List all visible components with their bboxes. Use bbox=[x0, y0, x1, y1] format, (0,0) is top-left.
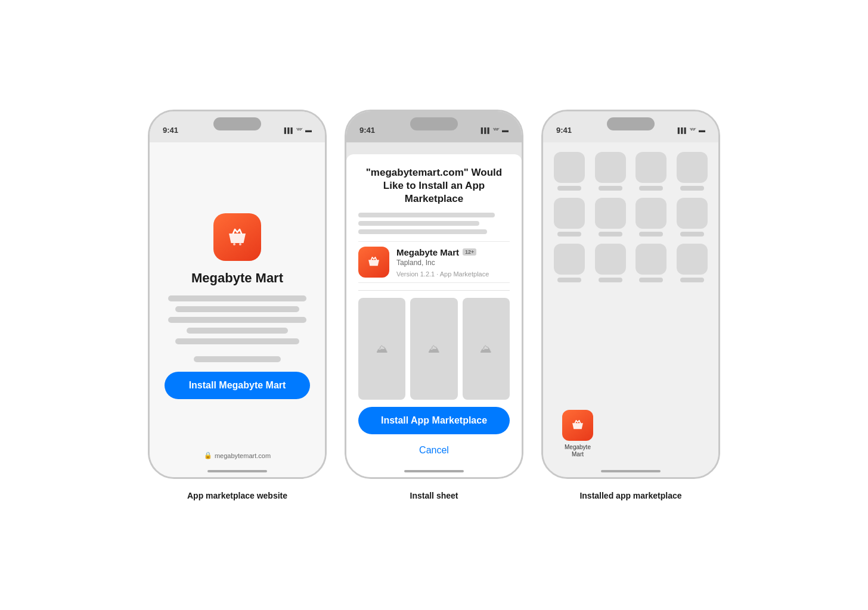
placeholder-small bbox=[194, 356, 281, 362]
basket-svg bbox=[224, 224, 250, 250]
app-developer: Tapland, Inc bbox=[396, 259, 489, 267]
cancel-button[interactable]: Cancel bbox=[358, 440, 510, 460]
phone1-dynamic-island bbox=[213, 117, 261, 130]
phone2-time: 9:41 bbox=[359, 126, 375, 135]
placeholder-line bbox=[168, 295, 306, 301]
phone2-dynamic-island bbox=[410, 117, 458, 130]
install-megabytemart-button[interactable]: Install Megabyte Mart bbox=[165, 372, 310, 399]
home-app-placeholder bbox=[553, 152, 587, 191]
svg-point-1 bbox=[239, 243, 241, 245]
install-marketplace-button[interactable]: Install App Marketplace bbox=[358, 407, 510, 434]
image-icon-2: ⛰ bbox=[428, 342, 440, 356]
home-app-placeholder bbox=[675, 198, 709, 236]
sheet-line bbox=[358, 213, 495, 217]
app-info-name-text: Megabyte Mart bbox=[396, 247, 459, 257]
basket-svg-small bbox=[569, 417, 586, 434]
phone1-content: Megabyte Mart Install Megabyte Mart bbox=[165, 160, 310, 452]
installed-app-icon bbox=[562, 410, 593, 441]
battery-icon bbox=[305, 126, 312, 133]
lock-icon: 🔒 bbox=[204, 452, 212, 459]
phone1-column: 9:41 bbox=[148, 110, 327, 500]
home-app-placeholder bbox=[553, 198, 587, 236]
phone3-time: 9:41 bbox=[556, 126, 572, 135]
wifi-icon bbox=[690, 126, 696, 133]
footer-url: megabytemart.com bbox=[215, 452, 271, 459]
phone1-status-bar: 9:41 bbox=[150, 111, 325, 142]
wifi-icon bbox=[296, 126, 303, 133]
phone3-status-icons bbox=[678, 126, 705, 133]
phone2-column: 9:41 "megabytemart.com" Would Like to In… bbox=[345, 110, 523, 500]
home-app-placeholder bbox=[675, 152, 709, 191]
screenshot-1: ⛰ bbox=[358, 298, 405, 400]
app-info-text: Megabyte Mart 12+ Tapland, Inc Version 1… bbox=[396, 247, 489, 278]
battery-icon bbox=[699, 126, 705, 133]
home-app-placeholder bbox=[675, 244, 709, 282]
phone2-frame: 9:41 "megabytemart.com" Would Like to In… bbox=[345, 110, 523, 479]
home-app-placeholder bbox=[634, 198, 668, 236]
phone1-status-icons bbox=[284, 126, 312, 133]
home-app-placeholder bbox=[594, 244, 628, 282]
install-sheet: "megabytemart.com" Would Like to Install… bbox=[346, 154, 522, 477]
home-app-placeholder bbox=[634, 244, 668, 282]
installed-app-label: MegabyteMart bbox=[565, 444, 591, 458]
image-icon-3: ⛰ bbox=[480, 342, 492, 356]
screenshot-2: ⛰ bbox=[410, 298, 457, 400]
phone1-caption: App marketplace website bbox=[187, 491, 287, 500]
home-indicator bbox=[207, 470, 267, 472]
phone3-dynamic-island bbox=[607, 117, 655, 130]
app-info-row: Megabyte Mart 12+ Tapland, Inc Version 1… bbox=[358, 241, 510, 283]
phone1-screen: Megabyte Mart Install Megabyte Mart 🔒 me… bbox=[150, 142, 325, 477]
phone1-placeholder-lines bbox=[165, 295, 310, 344]
app-icon-large bbox=[213, 213, 261, 261]
home-app-megabyte-mart[interactable]: MegabyteMart bbox=[562, 410, 593, 458]
placeholder-line bbox=[175, 306, 299, 312]
signal-icon bbox=[678, 126, 687, 133]
home-app-placeholder bbox=[553, 244, 587, 282]
screenshots-row: ⛰ ⛰ ⛰ bbox=[358, 298, 510, 400]
phone2-status-icons bbox=[481, 126, 509, 133]
sheet-line bbox=[358, 221, 479, 226]
phones-row: 9:41 bbox=[76, 110, 792, 500]
phone3-screen: MegabyteMart bbox=[543, 142, 718, 477]
phone2-caption: Install sheet bbox=[410, 491, 458, 500]
sheet-buttons: Install App Marketplace Cancel bbox=[358, 407, 510, 465]
home-indicator bbox=[601, 470, 661, 472]
home-indicator bbox=[404, 470, 464, 472]
sheet-placeholder-lines bbox=[358, 213, 510, 234]
signal-icon bbox=[481, 126, 491, 133]
phone2-status-bar: 9:41 bbox=[346, 111, 522, 142]
home-app-placeholder bbox=[634, 152, 668, 191]
sheet-title: "megabytemart.com" Would Like to Install… bbox=[358, 166, 510, 206]
battery-icon bbox=[502, 126, 509, 133]
phone1-frame: 9:41 bbox=[148, 110, 327, 479]
basket-svg-medium bbox=[365, 254, 382, 270]
sheet-line bbox=[358, 229, 487, 234]
svg-point-0 bbox=[233, 243, 235, 245]
image-icon-1: ⛰ bbox=[376, 342, 388, 356]
phone1-footer: 🔒 megabytemart.com bbox=[204, 452, 271, 465]
divider bbox=[358, 290, 510, 291]
phone2-screen: "megabytemart.com" Would Like to Install… bbox=[346, 142, 522, 477]
phone1-time: 9:41 bbox=[163, 126, 178, 135]
phone1-app-name: Megabyte Mart bbox=[191, 270, 283, 286]
app-version: Version 1.2.1 · App Marketplace bbox=[396, 270, 489, 278]
phone3-status-bar: 9:41 bbox=[543, 111, 718, 142]
app-icon-medium bbox=[358, 247, 389, 278]
app-info-name-row: Megabyte Mart 12+ bbox=[396, 247, 489, 257]
phone3-column: 9:41 bbox=[541, 110, 720, 500]
wifi-icon bbox=[493, 126, 500, 133]
home-screen-grid-top bbox=[553, 152, 709, 282]
home-app-placeholder bbox=[594, 152, 628, 191]
phone3-caption: Installed app marketplace bbox=[579, 491, 681, 500]
installed-app-row: MegabyteMart bbox=[553, 410, 709, 468]
screenshot-3: ⛰ bbox=[463, 298, 510, 400]
home-app-placeholder bbox=[594, 198, 628, 236]
placeholder-line bbox=[187, 328, 289, 334]
phone3-frame: 9:41 bbox=[541, 110, 720, 479]
placeholder-line bbox=[175, 338, 299, 344]
signal-icon bbox=[284, 126, 294, 133]
age-rating-badge: 12+ bbox=[463, 248, 476, 256]
placeholder-line bbox=[168, 317, 306, 323]
